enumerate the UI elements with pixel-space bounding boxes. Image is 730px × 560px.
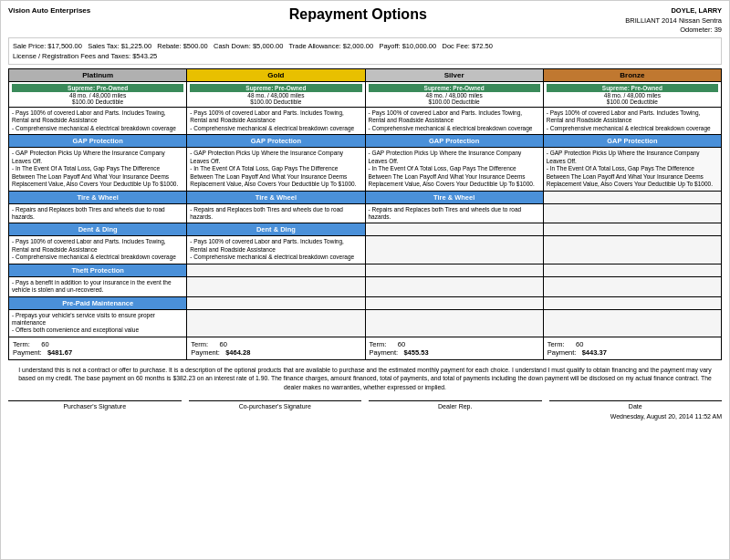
supreme-desc-gold: - Pays 100% of covered Labor and Parts. … — [187, 108, 365, 135]
platinum-supreme: Supreme: Pre-Owned 48 mo. / 48,000 miles… — [9, 82, 187, 108]
dent-header-row: Dent & Ding Dent & Ding — [9, 223, 722, 236]
supreme-desc-silver: - Pays 100% of covered Labor and Parts. … — [365, 108, 543, 135]
prepaid-empty-gold — [187, 296, 365, 309]
prepaid-desc-empty-gold — [187, 309, 365, 337]
customer-info: DOYLE, LARRY BRILLIANT 2014 Nissan Sentr… — [625, 6, 722, 36]
term-payment-row: Term: 60 Payment: $481.67 Term: 60 Payme… — [9, 337, 722, 359]
gap-desc-silver: - GAP Protection Picks Up Where the Insu… — [365, 148, 543, 191]
supreme-desc-platinum: - Pays 100% of covered Labor and Parts. … — [9, 108, 187, 135]
supreme-desc-bronze: - Pays 100% of covered Labor and Parts. … — [543, 108, 721, 135]
page-title: Repayment Options — [90, 6, 625, 23]
theft-desc-platinum: - Pays a benefit in addition to your ins… — [9, 276, 187, 296]
prepaid-header-row: Pre-Paid Maintenance — [9, 296, 722, 309]
tire-desc-silver: - Repairs and Replaces both Tires and wh… — [365, 203, 543, 223]
tire-header-row: Tire & Wheel Tire & Wheel Tire & Wheel — [9, 191, 722, 203]
supreme-deductible-silver: $100.00 Deductible — [369, 99, 540, 105]
bronze-header: Bronze — [543, 69, 721, 82]
silver-supreme: Supreme: Pre-Owned 48 mo. / 48,000 miles… — [365, 82, 543, 108]
tire-empty-bronze — [543, 191, 721, 203]
date-label: Date — [549, 400, 723, 410]
supreme-miles-platinum: 48 mo. / 48,000 miles — [12, 92, 183, 99]
gap-label-bronze: GAP Protection — [543, 135, 721, 148]
theft-desc-empty-bronze — [543, 276, 721, 296]
platinum-header: Platinum — [9, 69, 187, 82]
prepaid-empty-bronze — [543, 296, 721, 309]
gap-label-silver: GAP Protection — [365, 135, 543, 148]
tire-label-platinum: Tire & Wheel — [9, 191, 187, 203]
dent-empty-silver — [365, 223, 543, 236]
supreme-badge-bronze: Supreme: Pre-Owned — [547, 84, 718, 92]
main-table: Platinum Gold Silver Bronze Supreme: Pre… — [8, 68, 722, 360]
supreme-deductible-platinum: $100.00 Deductible — [12, 99, 183, 105]
theft-desc-empty-gold — [187, 276, 365, 296]
page: Vision Auto Enterprises Repayment Option… — [0, 0, 730, 560]
theft-desc-empty-silver — [365, 276, 543, 296]
tire-desc-platinum: - Repairs and Replaces both Tires and wh… — [9, 203, 187, 223]
footer-date: Wednesday, August 20, 2014 11:52 AM — [8, 413, 722, 420]
supreme-row: Supreme: Pre-Owned 48 mo. / 48,000 miles… — [9, 82, 722, 108]
dent-desc-platinum: - Pays 100% of covered Labor and Parts. … — [9, 236, 187, 264]
column-header-row: Platinum Gold Silver Bronze — [9, 69, 722, 82]
supreme-badge-gold: Supreme: Pre-Owned — [190, 84, 361, 92]
dealer-rep-signature: Dealer Rep. — [369, 400, 542, 410]
gap-desc-bronze: - GAP Protection Picks Up Where the Insu… — [543, 148, 721, 191]
supreme-desc-row: - Pays 100% of covered Labor and Parts. … — [9, 108, 722, 135]
purchaser-label: Purchaser's Signature — [8, 400, 182, 410]
prepaid-label-platinum: Pre-Paid Maintenance — [9, 296, 187, 309]
supreme-miles-silver: 48 mo. / 48,000 miles — [369, 92, 540, 99]
term-silver: Term: 60 Payment: $455.53 — [365, 337, 543, 359]
dent-desc-gold: - Pays 100% of covered Labor and Parts. … — [187, 236, 365, 264]
dent-desc-empty-silver — [365, 236, 543, 264]
prepaid-desc-empty-bronze — [543, 309, 721, 337]
vehicle-info: BRILLIANT 2014 Nissan Sentra — [625, 16, 722, 26]
tire-desc-gold: - Repairs and Replaces both Tires and wh… — [187, 203, 365, 223]
gap-desc-platinum: - GAP Protection Picks Up Where the Insu… — [9, 148, 187, 191]
odometer: Odometer: 39 — [625, 26, 722, 36]
signature-row: Purchaser's Signature Co-purchaser's Sig… — [8, 400, 722, 410]
purchaser-signature: Purchaser's Signature — [8, 400, 182, 410]
tire-label-silver: Tire & Wheel — [365, 191, 543, 203]
theft-empty-gold — [187, 264, 365, 276]
company-name: Vision Auto Enterprises — [8, 6, 90, 15]
silver-header: Silver — [365, 69, 543, 82]
supreme-deductible-bronze: $100.00 Deductible — [547, 99, 718, 105]
gap-label-gold: GAP Protection — [187, 135, 365, 148]
gap-header-row: GAP Protection GAP Protection GAP Protec… — [9, 135, 722, 148]
date-signature: Date — [549, 400, 723, 410]
gold-header: Gold — [187, 69, 365, 82]
supreme-miles-bronze: 48 mo. / 48,000 miles — [547, 92, 718, 99]
theft-empty-bronze — [543, 264, 721, 276]
top-header: Vision Auto Enterprises Repayment Option… — [8, 6, 722, 36]
customer-name: DOYLE, LARRY — [625, 6, 722, 16]
sale-info: Sale Price: $17,500.00 Sales Tax: $1,225… — [8, 37, 722, 66]
gap-label-platinum: GAP Protection — [9, 135, 187, 148]
dent-desc-empty-bronze — [543, 236, 721, 264]
theft-header-row: Theft Protection — [9, 264, 722, 276]
supreme-deductible-gold: $100.00 Deductible — [190, 99, 361, 105]
theft-empty-silver — [365, 264, 543, 276]
term-platinum: Term: 60 Payment: $481.67 — [9, 337, 187, 359]
tire-desc-row: - Repairs and Replaces both Tires and wh… — [9, 203, 722, 223]
tire-desc-empty-bronze — [543, 203, 721, 223]
prepaid-empty-silver — [365, 296, 543, 309]
dent-label-platinum: Dent & Ding — [9, 223, 187, 236]
disclaimer: I understand this is not a contract or o… — [8, 364, 722, 394]
gap-desc-row: - GAP Protection Picks Up Where the Insu… — [9, 148, 722, 191]
theft-label-platinum: Theft Protection — [9, 264, 187, 276]
term-bronze: Term: 60 Payment: $443.37 — [543, 337, 721, 359]
term-gold: Term: 60 Payment: $464.28 — [187, 337, 365, 359]
supreme-badge-silver: Supreme: Pre-Owned — [369, 84, 540, 92]
supreme-miles-gold: 48 mo. / 48,000 miles — [190, 92, 361, 99]
dent-empty-bronze — [543, 223, 721, 236]
prepaid-desc-row: - Prepays your vehicle's service visits … — [9, 309, 722, 337]
gold-supreme: Supreme: Pre-Owned 48 mo. / 48,000 miles… — [187, 82, 365, 108]
dent-label-gold: Dent & Ding — [187, 223, 365, 236]
theft-desc-row: - Pays a benefit in addition to your ins… — [9, 276, 722, 296]
dent-desc-row: - Pays 100% of covered Labor and Parts. … — [9, 236, 722, 264]
copurchaser-label: Co-purchaser's Signature — [189, 400, 362, 410]
gap-desc-gold: - GAP Protection Picks Up Where the Insu… — [187, 148, 365, 191]
supreme-badge-platinum: Supreme: Pre-Owned — [12, 84, 183, 92]
tire-label-gold: Tire & Wheel — [187, 191, 365, 203]
bronze-supreme: Supreme: Pre-Owned 48 mo. / 48,000 miles… — [543, 82, 721, 108]
copurchaser-signature: Co-purchaser's Signature — [189, 400, 362, 410]
